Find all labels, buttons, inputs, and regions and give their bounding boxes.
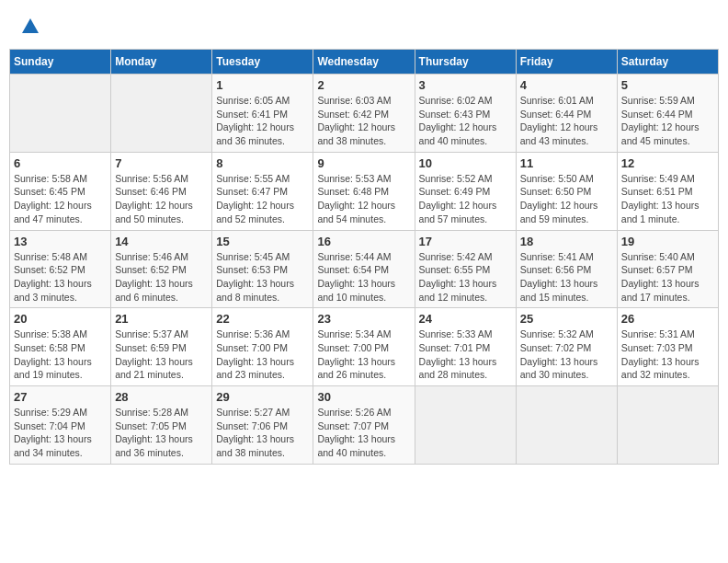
cell-content: Sunrise: 5:42 AM Sunset: 6:55 PM Dayligh… [419, 250, 512, 304]
calendar-cell: 26Sunrise: 5:31 AM Sunset: 7:03 PM Dayli… [617, 308, 718, 386]
day-number: 24 [419, 312, 512, 326]
cell-content: Sunrise: 5:46 AM Sunset: 6:52 PM Dayligh… [115, 250, 208, 304]
day-number: 30 [317, 390, 410, 404]
cell-content: Sunrise: 5:26 AM Sunset: 7:07 PM Dayligh… [317, 406, 410, 460]
day-number: 11 [520, 156, 613, 170]
calendar-table: SundayMondayTuesdayWednesdayThursdayFrid… [9, 49, 719, 465]
calendar-cell: 25Sunrise: 5:32 AM Sunset: 7:02 PM Dayli… [516, 308, 617, 386]
day-number: 7 [115, 156, 208, 170]
weekday-header-friday: Friday [516, 50, 617, 75]
day-number: 28 [115, 390, 208, 404]
calendar-cell: 10Sunrise: 5:52 AM Sunset: 6:49 PM Dayli… [415, 152, 516, 230]
day-number: 1 [216, 78, 309, 92]
calendar-cell [111, 75, 212, 153]
day-number: 6 [14, 156, 107, 170]
day-number: 20 [14, 312, 107, 326]
day-number: 5 [621, 78, 714, 92]
cell-content: Sunrise: 5:29 AM Sunset: 7:04 PM Dayligh… [14, 406, 107, 460]
day-number: 10 [419, 156, 512, 170]
day-number: 19 [621, 235, 714, 248]
calendar-cell: 11Sunrise: 5:50 AM Sunset: 6:50 PM Dayli… [516, 152, 617, 230]
calendar-cell: 6Sunrise: 5:58 AM Sunset: 6:45 PM Daylig… [10, 152, 111, 230]
calendar-cell: 17Sunrise: 5:42 AM Sunset: 6:55 PM Dayli… [415, 230, 516, 308]
cell-content: Sunrise: 5:56 AM Sunset: 6:46 PM Dayligh… [115, 172, 208, 226]
day-number: 2 [317, 78, 410, 92]
cell-content: Sunrise: 5:36 AM Sunset: 7:00 PM Dayligh… [216, 327, 309, 382]
calendar-cell: 1Sunrise: 6:05 AM Sunset: 6:41 PM Daylig… [212, 75, 313, 153]
calendar-cell: 18Sunrise: 5:41 AM Sunset: 6:56 PM Dayli… [516, 230, 617, 308]
cell-content: Sunrise: 5:59 AM Sunset: 6:44 PM Dayligh… [621, 94, 714, 148]
calendar-cell [516, 386, 617, 465]
day-number: 3 [419, 78, 512, 92]
weekday-header-row: SundayMondayTuesdayWednesdayThursdayFrid… [10, 50, 719, 75]
calendar-cell [415, 386, 516, 465]
calendar-cell: 23Sunrise: 5:34 AM Sunset: 7:00 PM Dayli… [313, 308, 415, 386]
calendar-cell: 19Sunrise: 5:40 AM Sunset: 6:57 PM Dayli… [617, 230, 718, 308]
day-number: 23 [317, 312, 410, 326]
calendar-header: SundayMondayTuesdayWednesdayThursdayFrid… [10, 50, 719, 75]
day-number: 27 [14, 390, 107, 404]
weekday-header-thursday: Thursday [415, 50, 516, 75]
cell-content: Sunrise: 5:50 AM Sunset: 6:50 PM Dayligh… [520, 172, 613, 226]
calendar-cell: 27Sunrise: 5:29 AM Sunset: 7:04 PM Dayli… [10, 386, 111, 465]
calendar-cell: 9Sunrise: 5:53 AM Sunset: 6:48 PM Daylig… [313, 152, 415, 230]
cell-content: Sunrise: 5:37 AM Sunset: 6:59 PM Dayligh… [115, 327, 208, 382]
logo [18, 17, 40, 41]
day-number: 25 [520, 312, 613, 326]
calendar-week-row: 27Sunrise: 5:29 AM Sunset: 7:04 PM Dayli… [10, 386, 719, 465]
cell-content: Sunrise: 5:33 AM Sunset: 7:01 PM Dayligh… [419, 327, 512, 382]
calendar-cell [10, 75, 111, 153]
calendar-cell: 24Sunrise: 5:33 AM Sunset: 7:01 PM Dayli… [415, 308, 516, 386]
calendar-cell: 16Sunrise: 5:44 AM Sunset: 6:54 PM Dayli… [313, 230, 415, 308]
day-number: 21 [115, 312, 208, 326]
day-number: 9 [317, 156, 410, 170]
weekday-header-tuesday: Tuesday [212, 50, 313, 75]
day-number: 22 [216, 312, 309, 326]
weekday-header-monday: Monday [111, 50, 212, 75]
calendar-cell: 15Sunrise: 5:45 AM Sunset: 6:53 PM Dayli… [212, 230, 313, 308]
day-number: 12 [621, 156, 714, 170]
calendar-cell: 28Sunrise: 5:28 AM Sunset: 7:05 PM Dayli… [111, 386, 212, 465]
day-number: 13 [14, 235, 107, 248]
calendar-cell: 20Sunrise: 5:38 AM Sunset: 6:58 PM Dayli… [10, 308, 111, 386]
day-number: 26 [621, 312, 714, 326]
day-number: 15 [216, 235, 309, 248]
cell-content: Sunrise: 5:41 AM Sunset: 6:56 PM Dayligh… [520, 250, 613, 304]
calendar-cell: 2Sunrise: 6:03 AM Sunset: 6:42 PM Daylig… [313, 75, 415, 153]
cell-content: Sunrise: 5:53 AM Sunset: 6:48 PM Dayligh… [317, 172, 410, 226]
cell-content: Sunrise: 5:55 AM Sunset: 6:47 PM Dayligh… [216, 172, 309, 226]
day-number: 17 [419, 235, 512, 248]
cell-content: Sunrise: 6:03 AM Sunset: 6:42 PM Dayligh… [317, 94, 410, 148]
calendar-cell: 22Sunrise: 5:36 AM Sunset: 7:00 PM Dayli… [212, 308, 313, 386]
cell-content: Sunrise: 5:31 AM Sunset: 7:03 PM Dayligh… [621, 327, 714, 382]
calendar-cell: 14Sunrise: 5:46 AM Sunset: 6:52 PM Dayli… [111, 230, 212, 308]
day-number: 4 [520, 78, 613, 92]
cell-content: Sunrise: 5:58 AM Sunset: 6:45 PM Dayligh… [14, 172, 107, 226]
calendar-cell: 8Sunrise: 5:55 AM Sunset: 6:47 PM Daylig… [212, 152, 313, 230]
day-number: 8 [216, 156, 309, 170]
cell-content: Sunrise: 6:05 AM Sunset: 6:41 PM Dayligh… [216, 94, 309, 148]
cell-content: Sunrise: 5:44 AM Sunset: 6:54 PM Dayligh… [317, 250, 410, 304]
calendar-cell: 29Sunrise: 5:27 AM Sunset: 7:06 PM Dayli… [212, 386, 313, 465]
calendar-cell: 5Sunrise: 5:59 AM Sunset: 6:44 PM Daylig… [617, 75, 718, 153]
calendar-week-row: 20Sunrise: 5:38 AM Sunset: 6:58 PM Dayli… [10, 308, 719, 386]
day-number: 16 [317, 235, 410, 248]
calendar-week-row: 1Sunrise: 6:05 AM Sunset: 6:41 PM Daylig… [10, 75, 719, 153]
day-number: 14 [115, 235, 208, 248]
cell-content: Sunrise: 5:32 AM Sunset: 7:02 PM Dayligh… [520, 327, 613, 382]
calendar-cell: 21Sunrise: 5:37 AM Sunset: 6:59 PM Dayli… [111, 308, 212, 386]
cell-content: Sunrise: 5:27 AM Sunset: 7:06 PM Dayligh… [216, 406, 309, 460]
calendar-week-row: 6Sunrise: 5:58 AM Sunset: 6:45 PM Daylig… [10, 152, 719, 230]
calendar-week-row: 13Sunrise: 5:48 AM Sunset: 6:52 PM Dayli… [10, 230, 719, 308]
cell-content: Sunrise: 5:45 AM Sunset: 6:53 PM Dayligh… [216, 250, 309, 304]
cell-content: Sunrise: 5:28 AM Sunset: 7:05 PM Dayligh… [115, 406, 208, 460]
calendar-cell: 12Sunrise: 5:49 AM Sunset: 6:51 PM Dayli… [617, 152, 718, 230]
calendar-cell: 7Sunrise: 5:56 AM Sunset: 6:46 PM Daylig… [111, 152, 212, 230]
calendar-cell: 3Sunrise: 6:02 AM Sunset: 6:43 PM Daylig… [415, 75, 516, 153]
cell-content: Sunrise: 6:02 AM Sunset: 6:43 PM Dayligh… [419, 94, 512, 148]
calendar-cell: 13Sunrise: 5:48 AM Sunset: 6:52 PM Dayli… [10, 230, 111, 308]
logo-icon [20, 17, 40, 37]
day-number: 29 [216, 390, 309, 404]
cell-content: Sunrise: 5:40 AM Sunset: 6:57 PM Dayligh… [621, 250, 714, 304]
calendar-cell: 4Sunrise: 6:01 AM Sunset: 6:44 PM Daylig… [516, 75, 617, 153]
